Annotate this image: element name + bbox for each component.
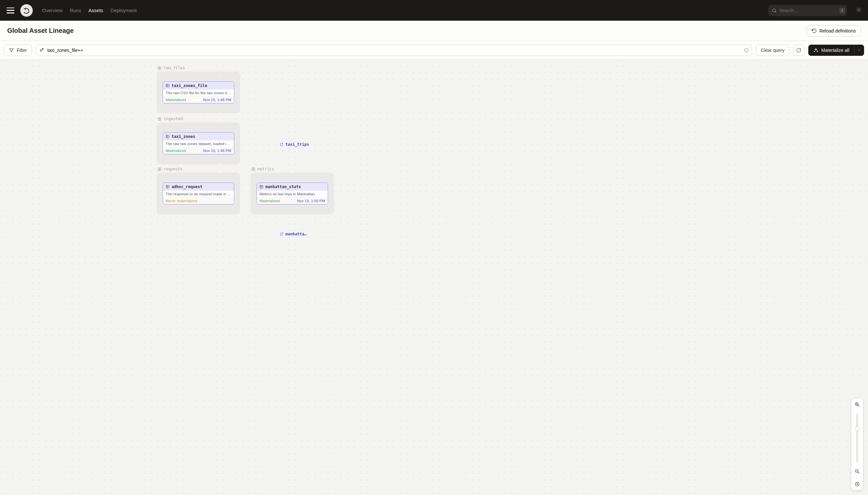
zoom-in-button[interactable]	[851, 398, 863, 411]
svg-rect-32	[252, 169, 253, 171]
sparkle-icon	[813, 48, 818, 53]
svg-line-42	[858, 472, 859, 473]
app-logo[interactable]	[20, 4, 33, 17]
filter-icon	[9, 48, 14, 53]
svg-rect-9	[158, 67, 159, 68]
svg-rect-17	[160, 118, 161, 119]
zoom-in-icon	[854, 402, 860, 407]
svg-rect-19	[160, 119, 161, 120]
chevron-down-icon	[857, 48, 861, 52]
svg-rect-10	[160, 67, 161, 68]
svg-rect-12	[160, 68, 161, 70]
svg-point-1	[25, 8, 26, 10]
gear-icon	[856, 7, 862, 13]
svg-rect-20	[166, 135, 169, 138]
download-icon	[854, 481, 860, 487]
edges-layer	[0, 60, 99, 109]
node-desc: Metrics on taxi trips in Manhattan	[257, 191, 328, 198]
svg-point-2	[772, 8, 775, 12]
group-icon	[157, 167, 162, 171]
node-desc: The raw CSV file for the taxi zones dat…	[163, 90, 234, 97]
group-metrics: metrics manhattan_stats Metrics on taxi …	[251, 167, 334, 214]
node-manhattan-stats[interactable]: manhattan_stats Metrics on taxi trips in…	[256, 183, 328, 205]
nav-overview[interactable]: Overview	[42, 7, 63, 13]
external-manhattan[interactable]: manhattan…	[280, 232, 308, 236]
group-icon	[251, 167, 255, 171]
info-icon[interactable]	[744, 48, 749, 53]
svg-rect-26	[160, 169, 161, 171]
global-search[interactable]: /	[768, 5, 847, 16]
settings-button[interactable]	[856, 7, 862, 14]
external-link-icon	[280, 232, 283, 236]
external-link-icon	[280, 142, 283, 147]
external-taxi-trips[interactable]: taxi_trips	[280, 142, 309, 147]
svg-rect-11	[158, 68, 159, 70]
node-adhoc-request[interactable]: adhoc_request The response to an request…	[163, 183, 234, 205]
nav-assets[interactable]: Assets	[89, 7, 103, 13]
zoom-out-icon	[854, 469, 860, 474]
svg-rect-27	[166, 186, 169, 188]
external-label: manhattan…	[285, 232, 308, 236]
svg-point-4	[858, 9, 860, 11]
svg-rect-30	[252, 168, 253, 169]
query-input[interactable]	[47, 48, 741, 53]
group-label: raw_files	[157, 66, 240, 70]
download-svg-button[interactable]	[851, 478, 863, 490]
materialize-dropdown[interactable]	[854, 45, 864, 56]
zoom-panel	[851, 398, 863, 490]
reload-icon	[812, 28, 817, 33]
node-desc: The raw taxi zones dataset, loaded int…	[163, 140, 234, 148]
svg-rect-25	[158, 169, 159, 171]
hamburger-menu[interactable]	[6, 7, 14, 14]
node-taxi-zones[interactable]: taxi_zones The raw taxi zones dataset, l…	[163, 132, 234, 154]
svg-rect-13	[166, 84, 169, 87]
query-box[interactable]	[36, 45, 752, 56]
external-label: taxi_trips	[285, 142, 309, 147]
group-label: ingested	[157, 117, 240, 121]
lineage-canvas[interactable]: raw_files taxi_zones_file The raw CSV fi…	[0, 60, 868, 495]
svg-rect-23	[158, 168, 159, 169]
toolbar: Filter Clear query Materialize all	[0, 41, 868, 60]
wand-icon	[39, 48, 45, 53]
zoom-out-button[interactable]	[851, 465, 863, 478]
group-raw-files: raw_files taxi_zones_file The raw CSV fi…	[157, 66, 240, 113]
nav-runs[interactable]: Runs	[70, 7, 81, 13]
svg-rect-34	[260, 186, 263, 188]
svg-rect-16	[158, 118, 159, 119]
node-name: manhattan_stats	[265, 185, 301, 189]
materialize-label: Materialize all	[821, 48, 849, 53]
group-requests: requests adhoc_request The response to a…	[157, 167, 240, 214]
clear-query-button[interactable]: Clear query	[756, 45, 789, 56]
search-input[interactable]	[779, 8, 837, 13]
group-icon	[157, 66, 162, 70]
svg-point-8	[746, 49, 746, 50]
nav-deployment[interactable]: Deployment	[110, 7, 137, 13]
zoom-slider[interactable]	[856, 413, 858, 462]
node-name: taxi_zones	[172, 134, 195, 139]
svg-rect-18	[158, 119, 159, 120]
svg-point-0	[21, 5, 32, 16]
group-icon	[157, 117, 162, 121]
node-name: adhoc_request	[172, 185, 202, 189]
node-taxi-zones-file[interactable]: taxi_zones_file The raw CSV file for the…	[163, 81, 234, 103]
reload-definitions-button[interactable]: Reload definitions	[807, 25, 861, 36]
table-icon	[166, 135, 170, 138]
page-header: Global Asset Lineage Reload definitions	[0, 21, 868, 41]
node-name: taxi_zones_file	[172, 83, 207, 88]
node-time: Nov 15, 1:46 PM	[203, 149, 231, 153]
filter-label: Filter	[17, 48, 27, 53]
node-status: Never materialized	[166, 199, 197, 203]
node-time: Nov 15, 1:46 PM	[203, 98, 231, 102]
node-status: Materialized	[166, 149, 186, 153]
materialize-all-button[interactable]: Materialize all	[808, 45, 854, 56]
group-label: requests	[157, 167, 240, 171]
group-ingested: ingested taxi_zones The raw taxi zones d…	[157, 117, 240, 164]
filter-button[interactable]: Filter	[4, 45, 32, 56]
materialize-group: Materialize all	[808, 45, 864, 56]
zoom-knob[interactable]	[855, 426, 860, 431]
page-title: Global Asset Lineage	[7, 27, 74, 34]
svg-rect-24	[160, 168, 161, 169]
refresh-button[interactable]	[793, 45, 804, 56]
nav-links: Overview Runs Assets Deployment	[42, 7, 137, 13]
table-icon	[166, 84, 170, 88]
